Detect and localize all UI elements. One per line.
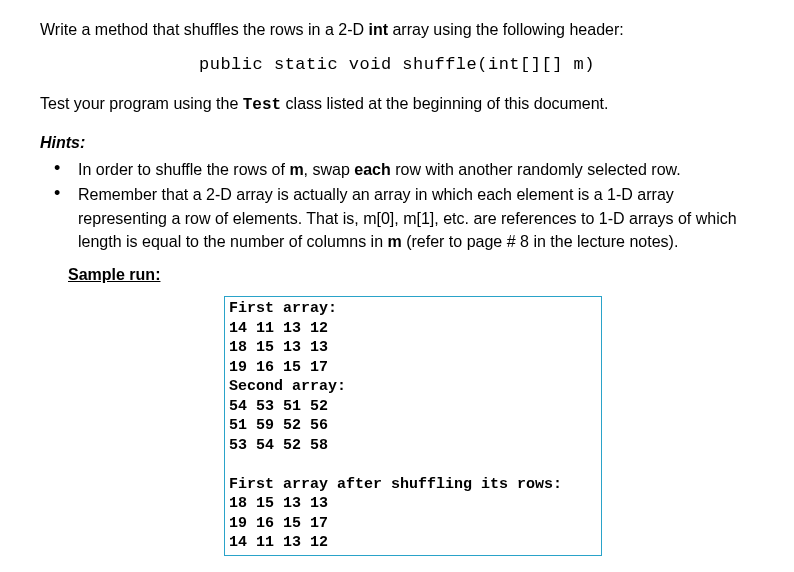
- sample-run-label: Sample run:: [68, 263, 754, 286]
- hint-text: (refer to page # 8 in the lecture notes)…: [402, 233, 679, 250]
- intro-paragraph: Write a method that shuffles the rows in…: [40, 18, 754, 41]
- hint-item: Remember that a 2-D array is actually an…: [54, 183, 754, 253]
- sample-output-box: First array: 14 11 13 12 18 15 13 13 19 …: [224, 296, 602, 556]
- hint-bold-text: m: [289, 161, 303, 178]
- hint-text: , swap: [304, 161, 355, 178]
- test-pre: Test your program using the: [40, 95, 243, 112]
- intro-pre: Write a method that shuffles the rows in…: [40, 21, 368, 38]
- test-post: class listed at the beginning of this do…: [281, 95, 608, 112]
- hint-bold-text: each: [354, 161, 390, 178]
- test-bold: Test: [243, 96, 281, 114]
- method-signature: public static void shuffle(int[][] m): [40, 53, 754, 78]
- intro-bold: int: [368, 21, 388, 38]
- hint-bold-text: m: [388, 233, 402, 250]
- hint-text: In order to shuffle the rows of: [78, 161, 289, 178]
- intro-post: array using the following header:: [388, 21, 624, 38]
- hint-item: In order to shuffle the rows of m, swap …: [54, 158, 754, 181]
- hints-label: Hints:: [40, 131, 754, 154]
- hint-text: row with another randomly selected row.: [391, 161, 681, 178]
- hints-list: In order to shuffle the rows of m, swap …: [40, 158, 754, 253]
- test-paragraph: Test your program using the Test class l…: [40, 92, 754, 117]
